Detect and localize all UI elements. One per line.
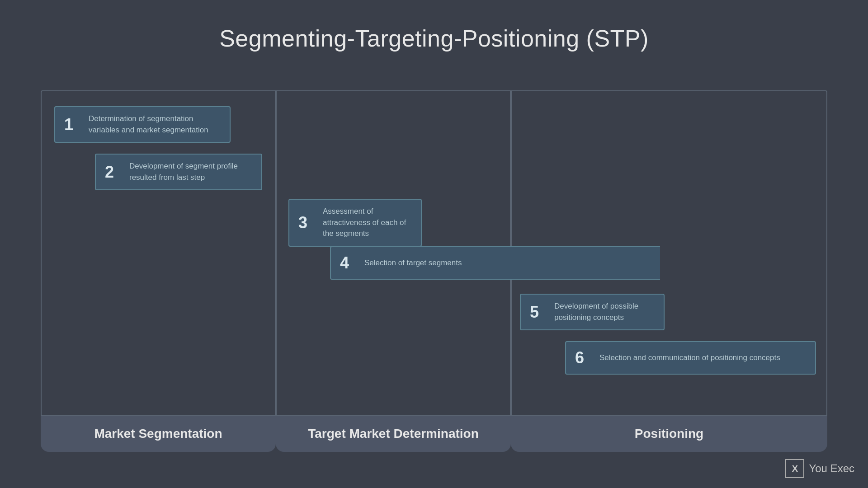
step1-description: Determination of segmentation variables … xyxy=(89,113,221,136)
step1-number: 1 xyxy=(64,115,81,134)
step1-card: 1 Determination of segmentation variable… xyxy=(54,106,231,143)
step3-number: 3 xyxy=(298,213,316,232)
col2-footer: Target Market Determination xyxy=(276,416,511,452)
step4-description: Selection of target segments xyxy=(364,258,462,269)
logo-symbol: X xyxy=(792,464,798,474)
step4-card: 4 Selection of target segments xyxy=(330,246,660,280)
page-title: Segmenting-Targeting-Positioning (STP) xyxy=(0,0,868,70)
logo-area: X You Exec xyxy=(785,459,854,478)
step5-number: 5 xyxy=(530,303,547,322)
col3-footer: Positioning xyxy=(511,416,827,452)
step3-card: 3 Assessment of attractiveness of each o… xyxy=(288,199,422,247)
step6-number: 6 xyxy=(575,348,592,367)
logo-box: X xyxy=(785,459,804,478)
step2-number: 2 xyxy=(105,163,122,182)
logo-brand: You Exec xyxy=(809,462,854,475)
col1-footer: Market Segmentation xyxy=(41,416,276,452)
step6-description: Selection and communication of positioni… xyxy=(599,352,780,364)
col2-footer-label: Target Market Determination xyxy=(308,427,479,441)
step2-card: 2 Development of segment profile resulte… xyxy=(95,154,262,190)
step2-description: Development of segment profile resulted … xyxy=(129,161,252,183)
col1-footer-label: Market Segmentation xyxy=(94,427,222,441)
step6-card: 6 Selection and communication of positio… xyxy=(565,341,816,375)
col3-footer-label: Positioning xyxy=(635,427,703,441)
step5-card: 5 Development of possible positioning co… xyxy=(520,294,665,330)
step3-description: Assessment of attractiveness of each of … xyxy=(323,206,412,239)
diagram-wrapper: Market Segmentation Target Market Determ… xyxy=(41,90,827,452)
step5-description: Development of possible positioning conc… xyxy=(554,301,655,323)
step4-number: 4 xyxy=(340,253,357,272)
